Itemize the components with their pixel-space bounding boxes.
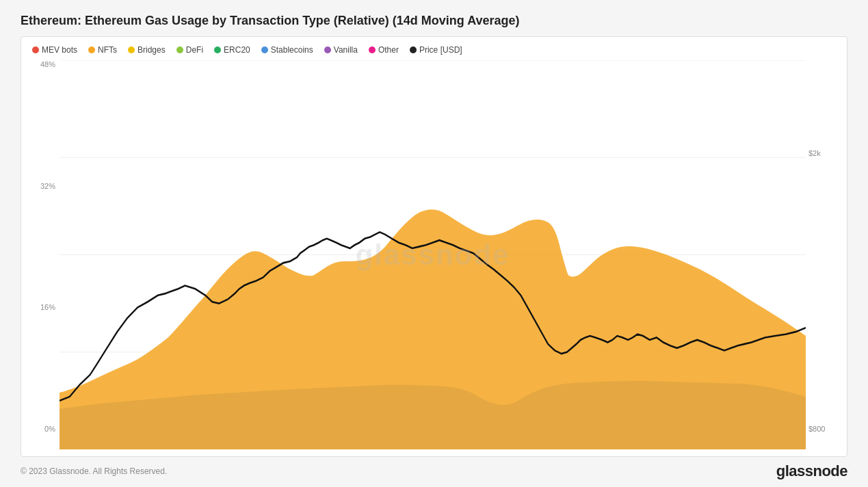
glassnode-logo: glassnode bbox=[776, 462, 847, 480]
legend-dot bbox=[214, 47, 221, 53]
legend-dot bbox=[261, 47, 268, 53]
legend-item: DeFi bbox=[176, 45, 203, 55]
page-wrapper: Ethereum: Ethereum Gas Usage by Transact… bbox=[0, 0, 868, 487]
y-axis-label-left: 48% bbox=[32, 60, 55, 68]
legend-item: ERC20 bbox=[214, 45, 250, 55]
legend-label: Vanilla bbox=[334, 45, 358, 55]
legend-label: Bridges bbox=[137, 45, 166, 55]
chart-area: 48%32%16%0% glassnode bbox=[32, 60, 836, 449]
chart-inner: glassnode Apr '21Jul '21Oct '2 bbox=[60, 60, 806, 449]
y-axis-label-right: $800 bbox=[808, 425, 836, 433]
chart-svg bbox=[60, 60, 806, 449]
legend-item: Vanilla bbox=[324, 45, 358, 55]
legend-label: Other bbox=[378, 45, 399, 55]
legend-item: Price [USD] bbox=[410, 45, 462, 55]
y-axis-right: $2k$800 bbox=[806, 60, 836, 449]
footer: © 2023 Glassnode. All Rights Reserved. g… bbox=[21, 462, 847, 480]
legend-dot bbox=[410, 47, 417, 53]
legend-item: Other bbox=[369, 45, 399, 55]
y-axis-label-left: 16% bbox=[32, 303, 55, 311]
y-axis-label-left: 32% bbox=[32, 182, 55, 190]
legend-dot bbox=[32, 47, 39, 53]
legend: MEV botsNFTsBridgesDeFiERC20StablecoinsV… bbox=[32, 45, 836, 55]
copyright: © 2023 Glassnode. All Rights Reserved. bbox=[21, 466, 167, 476]
legend-dot bbox=[324, 47, 331, 53]
legend-dot bbox=[88, 47, 95, 53]
y-axis-label-right: $2k bbox=[808, 149, 836, 157]
legend-item: Bridges bbox=[128, 45, 166, 55]
legend-item: NFTs bbox=[88, 45, 117, 55]
legend-label: Stablecoins bbox=[271, 45, 313, 55]
legend-item: MEV bots bbox=[32, 45, 77, 55]
chart-container: MEV botsNFTsBridgesDeFiERC20StablecoinsV… bbox=[21, 36, 847, 457]
y-axis-left: 48%32%16%0% bbox=[32, 60, 60, 449]
legend-label: Price [USD] bbox=[419, 45, 462, 55]
legend-label: ERC20 bbox=[224, 45, 250, 55]
legend-label: NFTs bbox=[98, 45, 117, 55]
legend-item: Stablecoins bbox=[261, 45, 313, 55]
legend-dot bbox=[128, 47, 135, 53]
legend-label: DeFi bbox=[186, 45, 203, 55]
legend-dot bbox=[369, 47, 376, 53]
legend-label: MEV bots bbox=[42, 45, 77, 55]
y-axis-label-left: 0% bbox=[32, 425, 55, 433]
chart-title: Ethereum: Ethereum Gas Usage by Transact… bbox=[21, 14, 847, 28]
legend-dot bbox=[176, 47, 183, 53]
